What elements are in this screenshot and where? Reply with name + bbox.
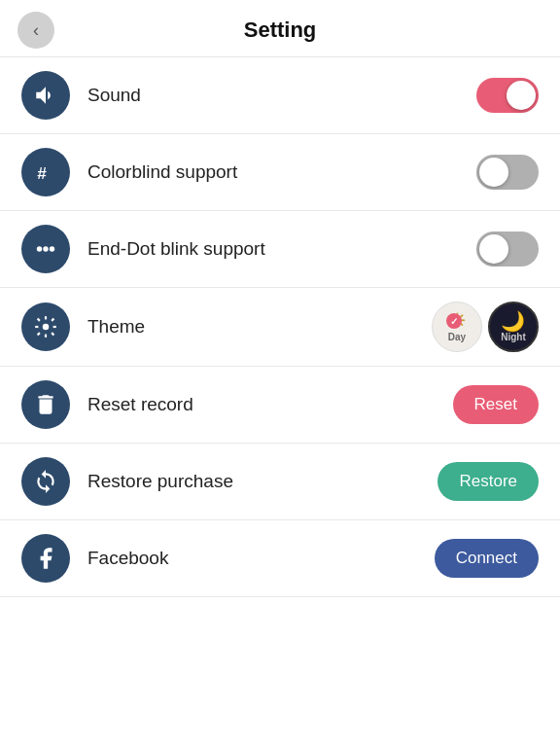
svg-line-12: [52, 319, 53, 321]
row-reset: Reset record Reset: [0, 367, 560, 444]
row-facebook: Facebook Connect: [0, 520, 560, 597]
svg-point-4: [43, 324, 50, 331]
colorblind-label: Colorblind support: [88, 161, 476, 183]
row-restore: Restore purchase Restore: [0, 444, 560, 520]
theme-day-button[interactable]: ✓ ☀ Day: [432, 302, 482, 352]
svg-point-2: [43, 246, 48, 251]
row-colorblind: # Colorblind support: [0, 134, 560, 211]
colorblind-toggle[interactable]: [476, 155, 539, 190]
restore-button[interactable]: Restore: [438, 462, 539, 501]
theme-selector: ✓ ☀ Day 🌙 Night: [432, 302, 539, 352]
theme-night-button[interactable]: 🌙 Night: [488, 302, 539, 352]
row-theme: Theme ✓ ☀ Day 🌙 Night: [0, 288, 560, 367]
trash-icon: [21, 380, 70, 429]
sound-icon: [21, 71, 70, 120]
facebook-icon: [21, 534, 70, 583]
night-label: Night: [501, 332, 526, 342]
facebook-label: Facebook: [88, 548, 435, 569]
row-enddot: End-Dot blink support: [0, 211, 560, 288]
svg-line-10: [52, 333, 53, 335]
enddot-label: End-Dot blink support: [88, 238, 476, 260]
svg-text:#: #: [37, 163, 47, 183]
svg-line-11: [38, 333, 40, 335]
svg-point-3: [50, 246, 54, 251]
reset-label: Reset record: [88, 394, 453, 415]
theme-icon: [21, 302, 70, 351]
colorblind-icon: #: [21, 148, 70, 196]
connect-button[interactable]: Connect: [435, 539, 539, 578]
restore-label: Restore purchase: [88, 471, 438, 492]
reset-button[interactable]: Reset: [453, 385, 539, 424]
theme-label: Theme: [88, 316, 432, 338]
enddot-toggle[interactable]: [476, 231, 539, 267]
sound-label: Sound: [88, 85, 476, 106]
back-button[interactable]: ‹: [18, 12, 54, 49]
enddot-icon: [21, 225, 70, 273]
settings-list: Sound # Colorblind support End-Dot blink…: [0, 57, 560, 597]
row-sound: Sound: [0, 57, 560, 134]
page-title: Setting: [244, 18, 317, 43]
day-label: Day: [448, 332, 466, 342]
svg-point-1: [37, 246, 42, 251]
restore-icon: [21, 457, 70, 506]
sound-toggle[interactable]: [476, 78, 539, 113]
header: ‹ Setting: [0, 0, 560, 57]
svg-line-9: [38, 319, 40, 321]
